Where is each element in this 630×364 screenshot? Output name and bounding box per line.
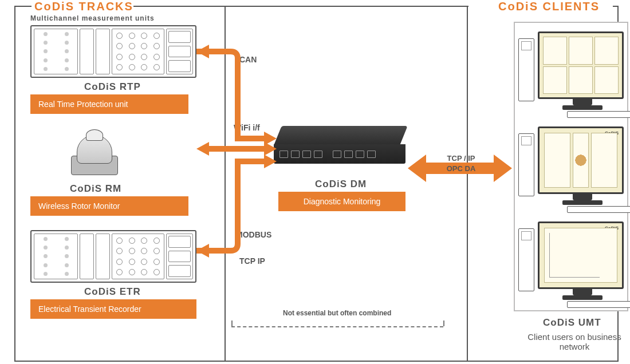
device-etr-desc: Electrical Transient Recorder: [30, 299, 196, 319]
device-dm-switch: [274, 126, 405, 168]
svg-marker-4: [196, 142, 209, 156]
section-header-tracks: CoDiS TRACKS: [34, 0, 133, 13]
device-dm-name: CoDiS DM: [315, 179, 367, 190]
codis-architecture-diagram: CoDiS TRACKS CoDiS CLIENTS Multichannel …: [0, 0, 630, 364]
section-header-clients: CoDiS CLIENTS: [498, 0, 600, 13]
protocol-tcpip: TCP IP: [239, 256, 285, 266]
svg-marker-5: [264, 155, 277, 168]
device-etr-name: CoDiS ETR: [84, 286, 141, 298]
arrow-rtp-to-dm: [196, 45, 277, 153]
device-etr-unit: [30, 230, 196, 283]
protocol-center: TCP / IPOPC DA: [435, 153, 487, 174]
device-dm-desc: Diagnostic Monitoring: [278, 192, 405, 211]
caption-combined: Not essential but often combined: [283, 309, 391, 317]
arrow-etr-to-dm: [196, 155, 277, 258]
device-rotor: [69, 128, 120, 180]
device-rm-name: CoDiS RM: [70, 183, 121, 195]
clients-group: CoDiS CoDiS CoDiS: [515, 23, 627, 310]
device-rtp-name: CoDiS RTP: [84, 81, 141, 93]
device-rtp-unit: [30, 25, 196, 78]
divider: [14, 6, 15, 361]
svg-marker-6: [196, 244, 209, 258]
divider: [14, 361, 619, 362]
device-rm-desc: Wireless Rotor Monitor: [30, 196, 188, 216]
clients-name: CoDiS UMT: [543, 317, 601, 329]
dashed-line: [231, 326, 443, 327]
clients-desc: Client users on business network: [526, 332, 623, 351]
svg-marker-1: [196, 45, 209, 58]
caption-multichannel: Multichannel measurement units: [30, 14, 155, 22]
device-rtp-desc: Real Time Protection unit: [30, 94, 188, 114]
svg-rect-2: [208, 146, 265, 152]
svg-marker-3: [264, 142, 277, 156]
